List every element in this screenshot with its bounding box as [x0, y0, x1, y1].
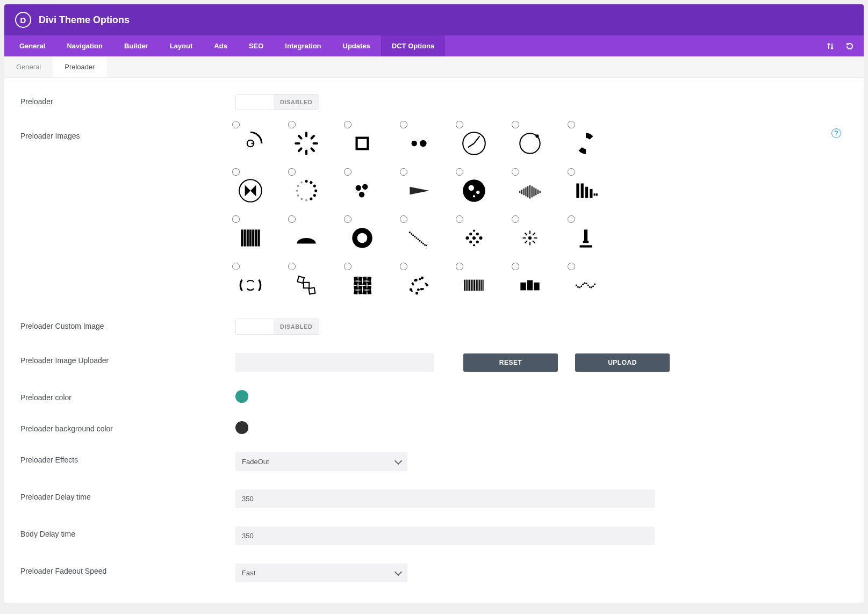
- preloader-image-radio[interactable]: [288, 121, 296, 128]
- preloader-thumb-icon: [458, 128, 490, 158]
- preloader-image-option[interactable]: [403, 176, 451, 206]
- svg-rect-104: [358, 281, 362, 285]
- preloader-image-radio[interactable]: [400, 121, 407, 128]
- uploader-path-input[interactable]: [235, 353, 434, 372]
- preloader-thumb-icon: [346, 128, 378, 158]
- preloader-image-option[interactable]: [347, 128, 396, 158]
- effects-select[interactable]: FadeOut: [235, 452, 407, 471]
- tab-builder[interactable]: Builder: [113, 35, 159, 56]
- tab-ads[interactable]: Ads: [203, 35, 238, 56]
- preloader-image-radio[interactable]: [456, 263, 463, 270]
- preloader-image-option[interactable]: [291, 128, 340, 158]
- svg-rect-100: [354, 281, 358, 285]
- preloader-image-radio[interactable]: [288, 215, 296, 223]
- reset-button[interactable]: RESET: [463, 353, 558, 372]
- preloader-image-radio[interactable]: [344, 215, 351, 223]
- preloader-image-radio[interactable]: [232, 168, 240, 176]
- svg-rect-55: [241, 229, 243, 246]
- svg-rect-105: [358, 286, 362, 290]
- sort-icon[interactable]: [821, 38, 840, 55]
- preloader-image-option[interactable]: [235, 176, 284, 206]
- preloader-image-radio[interactable]: [400, 263, 407, 270]
- preloader-image-radio[interactable]: [344, 121, 351, 128]
- preloader-image-option[interactable]: [235, 223, 284, 253]
- preloader-image-option[interactable]: [459, 128, 507, 158]
- preloader-image-radio[interactable]: [512, 168, 519, 176]
- tab-general[interactable]: General: [9, 35, 56, 56]
- preloader-image-radio[interactable]: [344, 168, 351, 176]
- preloader-image-option[interactable]: [459, 176, 507, 206]
- svg-point-154: [592, 285, 594, 287]
- svg-point-75: [473, 229, 475, 232]
- preloader-image-option[interactable]: [291, 223, 340, 253]
- preloader-image-option[interactable]: [403, 270, 451, 300]
- svg-point-29: [297, 185, 299, 187]
- svg-rect-130: [465, 280, 467, 291]
- tab-dct-options[interactable]: DCT Options: [381, 35, 445, 56]
- preloader-image-radio[interactable]: [512, 263, 519, 270]
- primary-tabs: General Navigation Builder Layout Ads SE…: [4, 35, 864, 56]
- tab-integration[interactable]: Integration: [274, 35, 332, 56]
- tab-seo[interactable]: SEO: [238, 35, 274, 56]
- header: D Divi Theme Options: [4, 4, 864, 35]
- preloader-image-option[interactable]: [347, 270, 396, 300]
- upload-button[interactable]: UPLOAD: [575, 353, 670, 372]
- fadeout-select[interactable]: Fast: [235, 564, 407, 582]
- preloader-image-option[interactable]: [403, 223, 451, 253]
- preloader-image-radio[interactable]: [456, 121, 463, 128]
- preloader-toggle[interactable]: DISABLED: [235, 94, 319, 110]
- preloader-image-radio[interactable]: [232, 215, 240, 223]
- svg-point-76: [469, 233, 472, 235]
- svg-rect-54: [596, 193, 598, 196]
- preloader-image-option[interactable]: [571, 128, 619, 158]
- preloader-image-option[interactable]: [515, 176, 563, 206]
- preloader-image-option[interactable]: [459, 223, 507, 253]
- preloader-image-radio[interactable]: [288, 168, 296, 176]
- tab-layout[interactable]: Layout: [159, 35, 204, 56]
- preloader-image-radio[interactable]: [512, 215, 519, 223]
- svg-line-85: [533, 233, 535, 235]
- preloader-image-option[interactable]: [571, 223, 619, 253]
- subtab-general[interactable]: General: [4, 56, 53, 77]
- preloader-image-option[interactable]: [235, 270, 284, 300]
- preloader-color-swatch[interactable]: [235, 390, 248, 403]
- tab-navigation[interactable]: Navigation: [56, 35, 113, 56]
- svg-rect-112: [367, 281, 371, 285]
- preloader-image-option[interactable]: [347, 223, 396, 253]
- preloader-image-option[interactable]: [515, 270, 563, 300]
- preloader-image-radio[interactable]: [568, 215, 575, 223]
- preloader-image-radio[interactable]: [456, 168, 463, 176]
- preloader-image-option[interactable]: [291, 176, 340, 206]
- preloader-image-option[interactable]: [403, 128, 451, 158]
- preloader-image-radio[interactable]: [232, 121, 240, 128]
- preloader-image-radio[interactable]: [400, 215, 407, 223]
- preloader-image-option[interactable]: [291, 270, 340, 300]
- preloader-image-radio[interactable]: [344, 263, 351, 270]
- preloader-image-option[interactable]: [571, 270, 619, 300]
- preloader-image-radio[interactable]: [288, 263, 296, 270]
- preloader-image-option[interactable]: [515, 223, 563, 253]
- help-icon[interactable]: ?: [831, 128, 841, 138]
- preloader-image-radio[interactable]: [400, 168, 407, 176]
- delay-input[interactable]: [235, 489, 655, 508]
- reset-icon[interactable]: [840, 38, 859, 55]
- page-title: Divi Theme Options: [39, 15, 130, 26]
- preloader-image-radio[interactable]: [568, 263, 575, 270]
- preloader-image-option[interactable]: [235, 128, 284, 158]
- preloader-image-option[interactable]: [347, 176, 396, 206]
- preloader-image-radio[interactable]: [568, 121, 575, 128]
- subtab-preloader[interactable]: Preloader: [53, 56, 106, 77]
- svg-point-155: [594, 284, 596, 285]
- svg-rect-40: [523, 189, 525, 195]
- preloader-image-option[interactable]: [515, 128, 563, 158]
- preloader-image-option[interactable]: [459, 270, 507, 300]
- preloader-bg-swatch[interactable]: [235, 421, 248, 434]
- tab-updates[interactable]: Updates: [332, 35, 381, 56]
- preloader-image-radio[interactable]: [568, 168, 575, 176]
- preloader-image-radio[interactable]: [232, 263, 240, 270]
- body-delay-input[interactable]: [235, 526, 655, 545]
- preloader-image-radio[interactable]: [512, 121, 519, 128]
- custom-image-toggle[interactable]: DISABLED: [235, 319, 319, 335]
- preloader-image-radio[interactable]: [456, 215, 463, 223]
- preloader-image-option[interactable]: [571, 176, 619, 206]
